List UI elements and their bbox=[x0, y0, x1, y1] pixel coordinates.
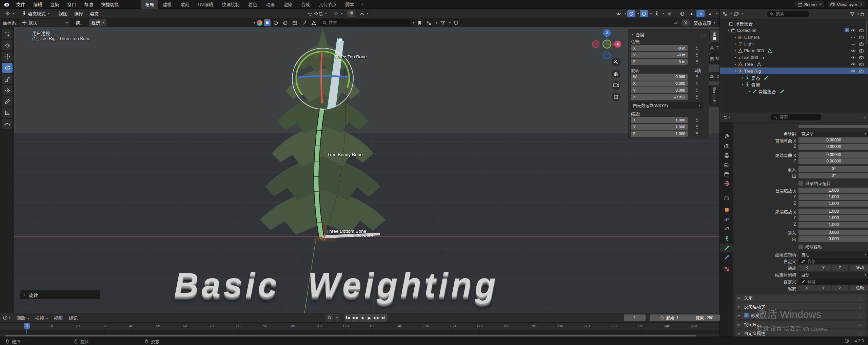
properties-tab-constraints[interactable] bbox=[720, 224, 733, 233]
sidebar-tab-0[interactable]: 条目 bbox=[709, 29, 719, 43]
properties-tab-tool[interactable] bbox=[720, 132, 733, 140]
lock-icon[interactable] bbox=[695, 131, 699, 137]
panel-grip[interactable]: :::: bbox=[701, 33, 706, 36]
prev-keyframe-button[interactable]: ◆◀ bbox=[352, 314, 359, 322]
collapsed-panel-2[interactable]: ▸✓形变 :::: bbox=[735, 311, 866, 319]
zoom-button[interactable] bbox=[612, 58, 620, 66]
outliner-item-label[interactable]: Text.003 bbox=[742, 55, 758, 60]
mirror-x-toggle[interactable]: X bbox=[682, 19, 690, 26]
blenderkit-material-category-button[interactable] bbox=[272, 19, 280, 26]
lock-icon[interactable] bbox=[695, 59, 699, 65]
workspace-tab[interactable]: 雕刻 bbox=[176, 0, 193, 9]
pose-display-dropdown[interactable] bbox=[653, 10, 661, 17]
tool-cursor[interactable] bbox=[2, 40, 13, 51]
outliner-editor-icon[interactable] bbox=[723, 12, 728, 17]
timeline-menu[interactable]: 回放 ▾ bbox=[14, 314, 32, 322]
tool-move[interactable] bbox=[2, 52, 13, 62]
property-number-field[interactable]: 1.000 bbox=[798, 209, 868, 214]
collapsed-panel-3[interactable]: ▸视图显示 :::: bbox=[735, 321, 866, 328]
properties-tab-object[interactable] bbox=[720, 205, 733, 214]
editor-type-button[interactable]: ▾ bbox=[3, 10, 17, 17]
properties-tab-view-layer[interactable] bbox=[720, 160, 733, 169]
axis-z-toggle[interactable]: Z bbox=[832, 285, 848, 291]
blenderkit-filter-button[interactable] bbox=[438, 19, 447, 26]
property-number-field[interactable]: 0.00000 bbox=[798, 152, 868, 158]
tool-pose-breakdowner[interactable] bbox=[2, 119, 13, 129]
chevron-down-icon[interactable]: ▾ bbox=[413, 21, 414, 24]
start-frame-field[interactable]: 起始1 bbox=[650, 314, 689, 321]
snap-settings-dropdown[interactable]: ▾ bbox=[357, 10, 371, 17]
property-dropdown[interactable]: 自动▾ bbox=[798, 272, 868, 278]
collapse-icon[interactable]: ▾ bbox=[742, 83, 744, 86]
blenderkit-hierarchy-button[interactable] bbox=[425, 19, 433, 26]
workspace-tab[interactable]: 着色 bbox=[244, 0, 261, 9]
xray-toggle[interactable]: ▣ bbox=[665, 10, 673, 17]
render-visibility-icon[interactable] bbox=[859, 69, 864, 74]
property-checkbox[interactable]: 继承结束扭转 bbox=[798, 180, 831, 187]
properties-editor-icon[interactable]: ▾ bbox=[720, 112, 733, 122]
pivot-dropdown[interactable]: ▾ bbox=[331, 10, 345, 17]
blenderkit-license-button[interactable] bbox=[452, 19, 460, 26]
blenderkit-search[interactable] bbox=[319, 19, 411, 26]
outliner-row[interactable]: ▸Camera bbox=[720, 34, 868, 40]
timeline-editor-type-button[interactable]: ▾ bbox=[3, 315, 11, 320]
properties-tab-collection[interactable] bbox=[720, 193, 733, 202]
scene-selector[interactable]: Scene ✕ bbox=[795, 1, 825, 8]
axis-y-handle[interactable] bbox=[603, 40, 611, 48]
property-checkbox[interactable]: 缩放缓动 bbox=[798, 244, 822, 250]
workspace-tab[interactable]: 合成 bbox=[297, 0, 314, 9]
topbar-menu[interactable]: 渲染 bbox=[47, 0, 62, 8]
topbar-menu[interactable]: 窗口 bbox=[64, 0, 79, 8]
expand-icon[interactable]: ▸ bbox=[735, 42, 736, 45]
axis-x-toggle[interactable]: X bbox=[798, 285, 815, 291]
outliner-item-label[interactable]: Light bbox=[744, 41, 754, 46]
property-number-field[interactable]: 0.00000 bbox=[798, 144, 868, 150]
property-number-field[interactable]: 0.00000 bbox=[798, 137, 868, 143]
property-dropdown[interactable]: 直通型▾ bbox=[798, 131, 868, 137]
tool-scale[interactable] bbox=[2, 74, 13, 84]
outliner-row[interactable]: ▾Tree Rig bbox=[720, 68, 868, 74]
pose-options-dropdown[interactable]: 姿态选项▾ bbox=[691, 19, 717, 26]
properties-tab-render[interactable] bbox=[720, 141, 733, 150]
funnel-icon[interactable] bbox=[850, 12, 855, 17]
current-frame-field[interactable]: 1 bbox=[624, 314, 646, 321]
workspace-tab[interactable]: 脚本 bbox=[341, 0, 358, 9]
collapsed-panel-0[interactable]: ▸关系 :::: bbox=[735, 294, 866, 302]
tool-select-box[interactable] bbox=[2, 29, 13, 39]
navigation-gizmo[interactable]: Z X bbox=[587, 27, 629, 105]
autokey-control[interactable]: ▾ bbox=[326, 314, 339, 322]
timeline-track-area[interactable] bbox=[0, 330, 719, 334]
property-number-field[interactable]: 0° bbox=[798, 173, 868, 178]
topbar-menu[interactable]: 快捷切换 bbox=[98, 0, 122, 8]
next-keyframe-button[interactable]: ▶◆ bbox=[373, 314, 380, 322]
properties-tab-object-data[interactable] bbox=[720, 234, 733, 243]
lock-icon[interactable] bbox=[695, 46, 699, 51]
outliner-row[interactable]: ▸骨骼集合 bbox=[720, 88, 868, 95]
add-workspace-button[interactable]: + bbox=[358, 1, 366, 7]
topbar-menu[interactable]: 文件 bbox=[13, 0, 28, 8]
sidebar-tab-2[interactable]: 视图 bbox=[709, 54, 719, 64]
eye-closed-icon[interactable] bbox=[851, 41, 856, 46]
blenderkit-search-input[interactable] bbox=[329, 20, 408, 25]
property-number-field[interactable]: 0.00000 bbox=[798, 158, 868, 164]
outliner-item-label[interactable]: Tree Rig bbox=[744, 69, 761, 74]
mode-dropdown[interactable]: 姿态模式▾ bbox=[19, 10, 52, 17]
blenderkit-addon-category-button[interactable] bbox=[310, 19, 318, 26]
coord-system-dropdown[interactable]: 默认▾ bbox=[19, 19, 70, 26]
axis-x-toggle[interactable]: X bbox=[798, 265, 815, 271]
gizmos-toggle[interactable] bbox=[627, 10, 635, 17]
transform-field-z[interactable]: Z0 m bbox=[631, 59, 688, 65]
property-number-field[interactable]: 0.000 bbox=[798, 230, 868, 235]
property-number-field[interactable]: 1.000 bbox=[798, 215, 868, 221]
end-frame-field[interactable]: 结束250 bbox=[689, 314, 720, 321]
blenderkit-bookmark-button[interactable] bbox=[416, 19, 424, 26]
transform-field-y[interactable]: Y1.000 bbox=[631, 124, 688, 130]
lock-icon[interactable] bbox=[695, 95, 699, 100]
viewlayer-selector[interactable]: ViewLayer ✕ bbox=[827, 1, 865, 8]
outliner-item-label[interactable]: 骨架 bbox=[751, 81, 760, 88]
outliner-item-label[interactable]: Collection bbox=[737, 28, 756, 33]
lock-icon[interactable] bbox=[695, 88, 699, 93]
property-number-field[interactable]: 1.000 bbox=[798, 194, 868, 200]
transform-field-x[interactable]: X-0.000 bbox=[631, 80, 688, 87]
panel-grip[interactable]: :::: bbox=[857, 296, 863, 300]
